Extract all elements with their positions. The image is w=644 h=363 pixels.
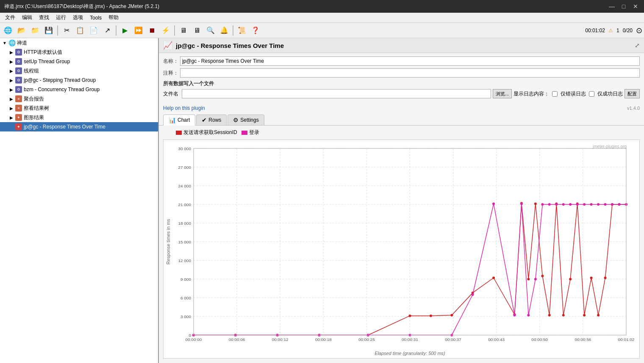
menu-item-选项[interactable]: 选项 bbox=[69, 13, 86, 22]
svg-point-84 bbox=[527, 314, 530, 316]
minimize-button[interactable]: — bbox=[608, 2, 616, 11]
svg-point-94 bbox=[597, 203, 600, 206]
expand-icon[interactable]: ▶ bbox=[8, 78, 14, 83]
toolbar-help-btn[interactable]: ❓ bbox=[249, 25, 262, 36]
tree-item-thread-group[interactable]: ▶⚙线程组 bbox=[0, 66, 158, 75]
toolbar-save-btn[interactable]: 💾 bbox=[42, 25, 55, 36]
expand-icon[interactable]: ▶ bbox=[8, 106, 14, 111]
toolbar-close-btn[interactable]: 📁 bbox=[29, 25, 42, 36]
menubar: 文件编辑查找运行选项Tools帮助 bbox=[0, 13, 644, 23]
toolbar-progress: 0/20 bbox=[623, 28, 633, 34]
svg-point-83 bbox=[520, 203, 523, 205]
tab-rows[interactable]: ✔Rows bbox=[196, 114, 227, 125]
browse-btn[interactable]: 浏览... bbox=[493, 89, 512, 98]
toolbar-new-btn[interactable]: 🌐 bbox=[2, 25, 14, 36]
expand-icon[interactable]: ▶ bbox=[8, 59, 14, 64]
comment-input[interactable] bbox=[180, 68, 640, 78]
legend-label: 登录 bbox=[249, 129, 259, 136]
tree-item-root[interactable]: ▼🌐禅道 bbox=[0, 38, 158, 47]
toolbar-remote-stop-all-btn[interactable]: 🔔 bbox=[218, 25, 230, 36]
svg-text:27 000: 27 000 bbox=[178, 165, 191, 170]
config-btn[interactable]: 配置 bbox=[625, 89, 640, 98]
tab-icon-chart: 📊 bbox=[169, 117, 176, 123]
tree-item-label: 聚合报告 bbox=[24, 95, 44, 103]
toolbar-start-btn[interactable]: ▶ bbox=[119, 25, 131, 36]
menu-item-运行[interactable]: 运行 bbox=[53, 13, 69, 22]
toolbar-cut-btn[interactable]: ✂ bbox=[60, 25, 73, 36]
expand-icon[interactable]: ▶ bbox=[8, 69, 14, 73]
tree-item-aggregate-report[interactable]: ▶≡聚合报告 bbox=[0, 94, 158, 103]
titlebar: 禅道.jmx (C:\Users\86187\Desktop\禅道.jmx) -… bbox=[0, 0, 644, 13]
expand-icon[interactable]: ▼ bbox=[2, 41, 8, 45]
help-link[interactable]: Help on this plugin bbox=[163, 105, 205, 111]
svg-point-59 bbox=[534, 203, 537, 205]
tree-item-jp-response-times[interactable]: ✦jp@gc - Response Times Over Time bbox=[0, 122, 158, 131]
toolbar-timer: 00:01:02 bbox=[585, 28, 605, 34]
svg-point-52 bbox=[430, 315, 432, 317]
svg-text:6 000: 6 000 bbox=[180, 296, 191, 300]
tree-item-jp-stepping[interactable]: ▶⚙jp@gc - Stepping Thread Group bbox=[0, 75, 158, 85]
toolbar-copy-btn[interactable]: 📋 bbox=[74, 25, 86, 36]
toolbar-shutdown-btn[interactable]: ⚡ bbox=[159, 25, 172, 36]
toolbar-start-nopause-btn[interactable]: ⏩ bbox=[132, 25, 145, 36]
svg-text:3 000: 3 000 bbox=[180, 314, 191, 319]
file-input[interactable] bbox=[182, 89, 491, 98]
menu-item-查找[interactable]: 查找 bbox=[36, 13, 53, 22]
toolbar-stop-btn[interactable]: ⏹ bbox=[146, 25, 158, 36]
window-title: 禅道.jmx (C:\Users\86187\Desktop\禅道.jmx) -… bbox=[4, 3, 608, 10]
expand-icon[interactable]: ▶ bbox=[8, 87, 14, 92]
toolbar-remote-stop-btn[interactable]: 🔍 bbox=[204, 25, 217, 36]
toolbar-clear-btn[interactable]: 📜 bbox=[236, 25, 248, 36]
panel-expand-btn[interactable]: ⤢ bbox=[635, 42, 640, 49]
panel-header: 📈 jp@gc - Response Times Over Time ⤢ bbox=[159, 38, 644, 53]
menu-item-帮助[interactable]: 帮助 bbox=[105, 13, 122, 22]
errors-only-checkbox[interactable] bbox=[552, 91, 558, 97]
tree-item-label: HTTP请求默认值 bbox=[24, 49, 62, 56]
svg-point-88 bbox=[555, 203, 558, 206]
svg-text:00:00:18: 00:00:18 bbox=[315, 337, 332, 342]
menu-item-编辑[interactable]: 编辑 bbox=[19, 13, 36, 22]
close-button[interactable]: ✕ bbox=[631, 2, 640, 11]
toolbar-open-btn[interactable]: 📂 bbox=[15, 25, 28, 36]
svg-point-58 bbox=[527, 278, 530, 280]
tree-item-bzm-concurrency[interactable]: ▶⚙bzm - Concurrency Thread Group bbox=[0, 85, 158, 94]
maximize-button[interactable]: □ bbox=[619, 2, 628, 11]
tree-item-graph-results[interactable]: ▶✦图形结果 bbox=[0, 113, 158, 122]
legend-item: 发送请求获取SessionID bbox=[176, 129, 237, 136]
svg-point-51 bbox=[408, 315, 411, 317]
tab-label-chart: Chart bbox=[178, 117, 190, 123]
tree-item-label: 图形结果 bbox=[24, 114, 44, 121]
toolbar-remote-start-btn[interactable]: 🖥 bbox=[177, 25, 190, 36]
tree-item-label: 察看结果树 bbox=[24, 105, 49, 112]
tree-item-setup-thread[interactable]: ▶⚙setUp Thread Group bbox=[0, 57, 158, 66]
svg-point-95 bbox=[604, 203, 607, 206]
menu-item-文件[interactable]: 文件 bbox=[2, 13, 19, 22]
svg-point-91 bbox=[576, 203, 579, 206]
form-area: 名称： 注释： 所有数据写入一个文件 文件名 浏览... 显示日志内容： 仅错误… bbox=[159, 53, 644, 104]
tab-chart[interactable]: 📊Chart bbox=[163, 114, 195, 126]
menu-item-Tools[interactable]: Tools bbox=[86, 14, 105, 22]
toolbar-sep-3 bbox=[174, 25, 175, 36]
toolbar-remote-start-all-btn[interactable]: 🖥 bbox=[191, 25, 203, 36]
tab-settings[interactable]: ⚙Settings bbox=[228, 114, 264, 125]
name-input[interactable] bbox=[180, 56, 640, 66]
expand-icon[interactable]: ▶ bbox=[8, 97, 14, 101]
svg-point-53 bbox=[450, 314, 453, 316]
tree-item-label: setUp Thread Group bbox=[24, 59, 70, 64]
tree-item-view-results[interactable]: ▶≡察看结果树 bbox=[0, 103, 158, 113]
svg-point-93 bbox=[590, 203, 593, 206]
svg-point-87 bbox=[548, 203, 551, 206]
svg-point-68 bbox=[597, 314, 600, 316]
toolbar-expand-btn[interactable]: ↗ bbox=[101, 25, 114, 36]
svg-text:00:00:43: 00:00:43 bbox=[488, 337, 505, 342]
expand-icon[interactable]: ▶ bbox=[8, 50, 14, 55]
svg-text:15 000: 15 000 bbox=[178, 240, 191, 244]
toolbar-paste-btn[interactable]: 📄 bbox=[87, 25, 100, 36]
tree-item-http-default[interactable]: ▶⚙HTTP请求默认值 bbox=[0, 47, 158, 57]
node-icon: ⚙ bbox=[14, 86, 23, 93]
success-only-checkbox[interactable] bbox=[589, 91, 594, 97]
tab-icon-settings: ⚙ bbox=[233, 117, 239, 123]
expand-icon[interactable]: ▶ bbox=[8, 115, 14, 120]
svg-point-86 bbox=[541, 203, 544, 206]
svg-text:21 000: 21 000 bbox=[178, 202, 191, 207]
